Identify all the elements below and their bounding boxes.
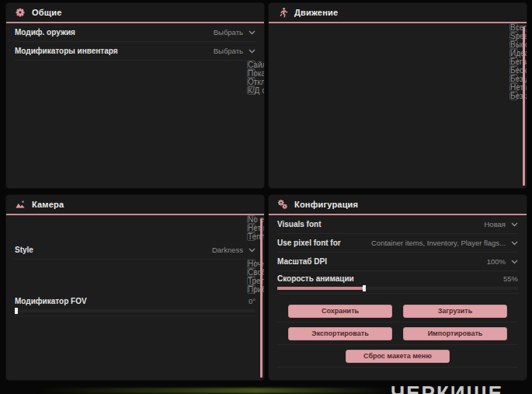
setting-label: Отключить таймер Anti-AFK [248,78,264,86]
background-game-text: ЧЕРКИШЕ [391,383,503,394]
panel-header[interactable]: Движение [269,3,527,23]
setting-label: Модификатор FOV [15,297,87,305]
slider-track[interactable] [277,287,518,290]
setting-row[interactable]: Всегда бегать [509,23,518,32]
setting-label: Use pixel font for [277,239,341,247]
panel-camera: Камера No effectsНет шлемаТепловое зрени… [6,195,264,380]
setting-label: Style [15,246,33,254]
setting-row[interactable]: Ночное видение [247,260,256,268]
setting-label: Масштаб DPI [277,257,327,266]
panel-title: Конфигурация [294,200,358,209]
dropdown-value: Darkness [212,246,243,254]
slider-track[interactable] [15,309,256,312]
setting-label: Модификаторы инвентаря [15,47,118,55]
setting-row[interactable]: Бесконечная стамина и нет усталости [509,66,518,75]
setting-row[interactable]: Speed hack x2.3 [509,32,518,40]
dropdown[interactable]: Container items, Inventory, Player flags… [371,239,518,247]
dropdown-value: Container items, Inventory, Player flags… [371,239,506,247]
dropdown[interactable]: Выбрать [214,47,256,55]
setting-row: Масштаб DPI100% [277,253,518,271]
dropdown-value: Выбрать [214,28,243,37]
slider-handle[interactable] [363,285,366,291]
panel-title: Камера [32,200,64,209]
slider-value: 0° [249,297,256,305]
runner-icon [277,7,288,18]
setting-row[interactable]: Нет шлема [247,224,256,232]
setting-row[interactable]: Без замедления [509,92,518,100]
setting-row[interactable]: Нет инерции [509,83,518,92]
reset-layout-button[interactable]: Сброс макета меню [346,350,450,363]
dropdown[interactable]: Darkness [212,246,256,254]
dropdown-value: Новая [484,220,506,228]
setting-row: Visuals fontНовая [277,215,518,234]
settings-list: Всегда бегатьSpeed hack x2.3Высокий прыж… [269,23,527,100]
image-icon [15,199,26,210]
load-button[interactable]: Загрузить [403,305,507,318]
button-row: ЭкспортироватьИмпортировать [277,323,518,345]
panel-header[interactable]: Конфигурация [269,195,527,215]
panel-config: Конфигурация Visuals fontНоваяUse pixel … [269,195,527,380]
panel-movement: Движение Всегда бегатьSpeed hack x2.3Выс… [269,3,527,188]
slider-value: 55% [503,274,518,283]
setting-row[interactable]: Свободная камера [247,268,256,277]
setting-label: Показать радар [248,69,264,78]
chevron-down-icon [249,248,256,253]
setting-label: Модиф. оружия [15,28,75,37]
panel-title: Общие [32,8,62,17]
gear-icon [15,7,26,18]
settings-list: Visuals fontНоваяUse pixel font forConta… [269,215,527,294]
setting-row: Use pixel font forContainer items, Inven… [277,234,518,253]
setting-label: Скорость анимации [277,274,354,283]
chevron-down-icon [511,222,518,227]
setting-row[interactable]: Бег и стрельба [509,58,518,66]
panel-title: Движение [294,8,338,17]
setting-row: Модификаторы инвентаряВыбрать [15,42,256,61]
dropdown-value: 100% [487,257,506,266]
dropdown[interactable]: Выбрать [214,28,256,37]
setting-row[interactable]: Тепловое зрение [247,232,256,241]
button-row: СохранитьЗагрузить [277,300,518,323]
export-button[interactable]: Экспортировать [288,327,392,340]
setting-row[interactable]: Высокий прыжок [509,40,518,49]
chevron-down-icon [511,241,518,246]
panel-header[interactable]: Камера [6,195,264,215]
setting-row: Модификатор FOV0° [15,294,256,316]
setting-row[interactable]: Показать радар [247,69,256,78]
setting-row[interactable]: No effects [247,215,256,224]
import-button[interactable]: Импортировать [403,327,507,340]
setting-label: Visuals font [277,220,322,228]
setting-row[interactable]: Идеальное физическое состояние [509,49,518,58]
dropdown[interactable]: 100% [487,257,518,266]
panel-general: Общие Модиф. оружияВыбратьМодификаторы и… [6,3,264,188]
settings-list: Модиф. оружияВыбратьМодификаторы инвента… [6,23,264,95]
setting-label: К/Д сбрасыватель [248,86,264,95]
chevron-down-icon [511,260,518,264]
setting-row: Модиф. оружияВыбрать [15,23,256,42]
setting-row[interactable]: Сайлент лут [247,61,256,69]
game-background-grass [35,388,392,393]
setting-row[interactable]: Третье лицо [247,277,256,285]
setting-row: Скорость анимации55% [277,271,518,294]
chevron-down-icon [249,49,256,54]
setting-row[interactable]: Без дебаффа перегруз [509,75,518,83]
panel-header[interactable]: Общие [6,3,264,23]
slider-fill [277,287,364,290]
setting-row[interactable]: К/Д сбрасыватель [247,86,256,95]
scrollbar[interactable] [523,26,525,186]
dropdown[interactable]: Новая [484,220,518,228]
button-row: Сброс макета меню [277,345,518,368]
save-button[interactable]: Сохранить [288,305,392,318]
config-buttons: СохранитьЗагрузитьЭкспортироватьИмпортир… [269,300,527,368]
settings-list: No effectsНет шлемаТепловое зрениеStyleD… [6,215,264,316]
slider-handle[interactable] [15,308,18,314]
setting-label: Сайлент лут [248,61,264,69]
chevron-down-icon [249,30,256,35]
setting-row: StyleDarkness [15,241,256,260]
setting-row[interactable]: Приближение [247,285,256,294]
gears-icon [277,199,288,210]
setting-row[interactable]: Отключить таймер Anti-AFK [247,78,256,86]
dropdown-value: Выбрать [214,47,243,55]
scrollbar[interactable] [260,218,263,378]
